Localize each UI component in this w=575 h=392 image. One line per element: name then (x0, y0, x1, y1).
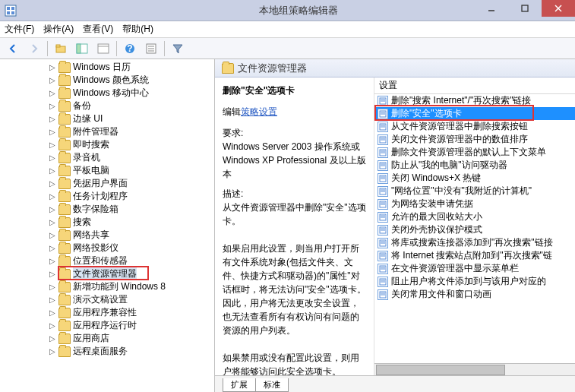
help-button[interactable]: ? (120, 40, 140, 58)
tree-item[interactable]: ▷平板电脑 (0, 164, 214, 177)
settings-item[interactable]: 阻止用户将文件添加到与该用户对应的 (374, 275, 575, 288)
tree-item[interactable]: ▷录音机 (0, 151, 214, 164)
settings-item[interactable]: 关闭常用文件和窗口动画 (374, 288, 575, 301)
expand-icon[interactable]: ▷ (49, 192, 56, 201)
up-level-button[interactable] (51, 40, 71, 58)
tree-item[interactable]: ▷搜索 (0, 216, 214, 229)
edit-policy-link[interactable]: 策略设置 (241, 106, 277, 117)
expand-icon[interactable]: ▷ (49, 153, 56, 162)
expand-icon[interactable]: ▷ (49, 296, 56, 304)
tree-item[interactable]: ▷远程桌面服务 (0, 345, 214, 358)
settings-item[interactable]: 关闭文件资源管理器中的数值排序 (374, 133, 575, 146)
folder-icon (58, 334, 71, 344)
policy-icon (378, 122, 388, 132)
tree-item[interactable]: ▷Windows 颜色系统 (0, 74, 214, 87)
tree-item[interactable]: ▷应用程序运行时 (0, 319, 214, 332)
tree-item[interactable]: ▷应用商店 (0, 332, 214, 345)
tab-standard[interactable]: 标准 (255, 378, 289, 392)
settings-item[interactable]: 将库或搜索连接器添加到"再次搜索"链接 (374, 236, 575, 249)
settings-list[interactable]: 删除"搜索 Internet"/"再次搜索"链接删除"安全"选项卡从文件资源管理… (374, 94, 575, 363)
settings-item[interactable]: 防止从"我的电脑"访问驱动器 (374, 159, 575, 172)
tree-item[interactable]: ▷即时搜索 (0, 138, 214, 151)
expand-icon[interactable]: ▷ (49, 257, 56, 265)
expand-icon[interactable]: ▷ (49, 321, 56, 330)
maximize-button[interactable] (508, 0, 542, 17)
expand-icon[interactable]: ▷ (49, 334, 56, 343)
menu-file[interactable]: 文件(F) (5, 23, 34, 36)
tree-item[interactable]: ▷凭据用户界面 (0, 177, 214, 190)
tree-item[interactable]: ▷备份 (0, 100, 214, 112)
tree-item[interactable]: ▷位置和传感器 (0, 254, 214, 267)
expand-icon[interactable]: ▷ (49, 347, 56, 356)
tree-item-label: 即时搜索 (73, 138, 109, 151)
tree-item[interactable]: ▷任务计划程序 (0, 190, 214, 203)
svg-rect-1 (7, 7, 10, 10)
expand-icon[interactable]: ▷ (49, 205, 56, 213)
expand-icon[interactable]: ▷ (49, 218, 56, 226)
expand-icon[interactable]: ▷ (49, 128, 56, 136)
expand-icon[interactable]: ▷ (49, 244, 56, 252)
tab-extended[interactable]: 扩展 (223, 378, 256, 392)
tree-item[interactable]: ▷新增功能到 Windows 8 (0, 280, 214, 293)
close-button[interactable] (542, 0, 575, 17)
show-item-button[interactable] (93, 40, 113, 58)
show-tree-button[interactable] (72, 40, 92, 58)
settings-item-label: 防止从"我的电脑"访问驱动器 (391, 159, 507, 172)
settings-item-label: 关闭 Windows+X 热键 (391, 172, 481, 185)
settings-item[interactable]: 为网络安装申请凭据 (374, 198, 575, 210)
expand-icon[interactable]: ▷ (49, 141, 56, 149)
tree-item[interactable]: ▷Windows 移动中心 (0, 87, 214, 100)
tree-item[interactable]: ▷文件资源管理器 (0, 267, 214, 280)
tree-item[interactable]: ▷Windows 日历 (0, 61, 214, 74)
settings-item[interactable]: "网络位置"中没有"我附近的计算机" (374, 185, 575, 198)
policy-icon (378, 289, 388, 300)
properties-button[interactable] (141, 40, 161, 58)
filter-button[interactable] (168, 40, 188, 58)
settings-column-header[interactable]: 设置 (374, 77, 575, 94)
settings-item[interactable]: 删除"安全"选项卡 (374, 107, 575, 120)
expand-icon[interactable]: ▷ (49, 115, 56, 123)
folder-icon (58, 204, 71, 215)
settings-item[interactable]: 关闭外壳协议保护模式 (374, 223, 575, 236)
tree-item-label: 网络投影仪 (73, 242, 118, 254)
tree-item[interactable]: ▷应用程序兼容性 (0, 306, 214, 319)
forward-button[interactable] (24, 40, 44, 58)
tree-item[interactable]: ▷边缘 UI (0, 112, 214, 125)
policy-icon (378, 251, 388, 261)
back-button[interactable] (3, 40, 23, 58)
menu-view[interactable]: 查看(V) (83, 23, 113, 36)
expand-icon[interactable]: ▷ (49, 308, 56, 317)
tree-pane[interactable]: ▷Windows 日历▷Windows 颜色系统▷Windows 移动中心▷备份… (0, 59, 215, 392)
folder-icon (222, 63, 234, 74)
tree-item[interactable]: ▷演示文稿设置 (0, 293, 214, 306)
folder-icon (58, 166, 71, 176)
settings-item[interactable]: 删除"搜索 Internet"/"再次搜索"链接 (374, 94, 575, 107)
expand-icon[interactable]: ▷ (49, 166, 56, 175)
settings-item[interactable]: 允许的最大回收站大小 (374, 210, 575, 223)
expand-icon[interactable]: ▷ (49, 179, 56, 188)
expand-icon[interactable]: ▷ (49, 283, 56, 291)
horizontal-scrollbar[interactable] (374, 363, 575, 375)
tree-item[interactable]: ▷附件管理器 (0, 125, 214, 138)
expand-icon[interactable]: ▷ (49, 63, 56, 71)
settings-item[interactable]: 删除文件资源管理器的默认上下文菜单 (374, 146, 575, 159)
expand-icon[interactable]: ▷ (49, 102, 56, 110)
menu-help[interactable]: 帮助(H) (122, 23, 153, 36)
expand-icon[interactable]: ▷ (49, 270, 56, 278)
settings-item[interactable]: 从文件资源管理器中删除搜索按钮 (374, 120, 575, 133)
toolbar: ? (0, 38, 575, 59)
tree-item[interactable]: ▷数字保险箱 (0, 203, 214, 216)
settings-item[interactable]: 在文件资源管理器中显示菜单栏 (374, 262, 575, 275)
settings-item-label: 阻止用户将文件添加到与该用户对应的 (391, 275, 546, 288)
menu-action[interactable]: 操作(A) (43, 23, 74, 36)
minimize-button[interactable] (475, 0, 508, 17)
settings-item[interactable]: 关闭 Windows+X 热键 (374, 172, 575, 185)
expand-icon[interactable]: ▷ (49, 89, 56, 97)
folder-icon (58, 191, 71, 202)
tree-item[interactable]: ▷网络共享 (0, 229, 214, 242)
description-text: 从文件资源管理器中删除"安全"选项卡。 如果启用此设置，则当用户打开所有文件系统… (223, 201, 366, 375)
settings-item[interactable]: 将 Internet 搜索站点附加到"再次搜索"链 (374, 249, 575, 262)
expand-icon[interactable]: ▷ (49, 231, 56, 239)
tree-item[interactable]: ▷网络投影仪 (0, 242, 214, 254)
expand-icon[interactable]: ▷ (49, 76, 56, 84)
